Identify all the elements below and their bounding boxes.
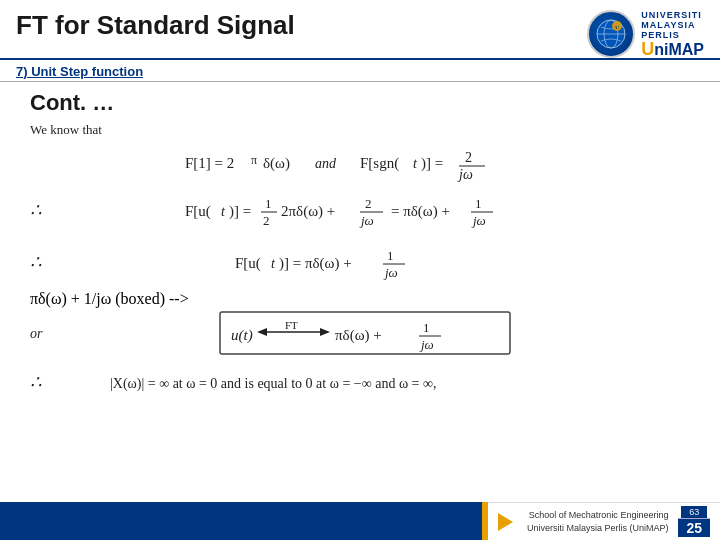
we-know-text: We know that	[30, 122, 690, 138]
svg-text:2: 2	[465, 150, 472, 165]
equation-4-svg: u(t) FT πδ(ω) + 1 jω	[215, 308, 555, 360]
equation-5-svg: |X(ω)| = ∞ at ω = 0 and is equal to 0 at…	[105, 368, 665, 396]
footer-school-text: School of Mechatronic Engineering Univer…	[527, 509, 669, 534]
svg-marker-38	[257, 328, 267, 336]
logo-text: UNIVERSITI MALAYSIA PERLIS UniMAP	[641, 10, 704, 58]
svg-text:)] = πδ(ω) +: )] = πδ(ω) +	[279, 255, 352, 272]
uni-label: UNIVERSITI	[641, 10, 702, 20]
malaysia-label: MALAYSIA	[641, 20, 695, 30]
eq-row-5: ∴ |X(ω)| = ∞ at ω = 0 and is equal to 0 …	[30, 364, 690, 400]
svg-text:1: 1	[475, 196, 482, 211]
equation-2-svg: F[u( t )] = 1 2 2πδ(ω) + 2 jω = πδ(ω) + …	[175, 186, 595, 234]
eq-row-2: ∴ F[u( t )] = 1 2 2πδ(ω) + 2 jω = πδ(ω) …	[30, 186, 690, 234]
svg-text:1: 1	[423, 320, 430, 335]
footer: School of Mechatronic Engineering Univer…	[0, 502, 720, 540]
footer-right: School of Mechatronic Engineering Univer…	[488, 502, 720, 540]
svg-text:U: U	[615, 25, 619, 30]
svg-text:|X(ω)|  = ∞  at  ω = 0  and is: |X(ω)| = ∞ at ω = 0 and is equal to 0 at…	[110, 376, 437, 392]
svg-text:t: t	[221, 204, 226, 219]
svg-text:πδ(ω) +: πδ(ω) +	[335, 327, 382, 344]
footer-blue-bar	[0, 502, 482, 540]
page-header: FT for Standard Signal U UNIVERSITI MALA…	[0, 0, 720, 60]
svg-text:F[u(: F[u(	[185, 203, 211, 220]
svg-text:jω: jω	[383, 265, 398, 280]
equation-3-svg: F[u( t )] = πδ(ω) + 1 jω	[225, 238, 545, 286]
svg-text:F[sgn(: F[sgn(	[360, 155, 399, 172]
svg-text:FT: FT	[285, 319, 298, 331]
globe-icon: U	[595, 18, 627, 50]
svg-text:t: t	[271, 256, 276, 271]
svg-text:)] =: )] =	[421, 155, 443, 172]
footer-page-number: 63 25	[678, 506, 710, 537]
logo-circle: U	[587, 10, 635, 58]
svg-text:2πδ(ω) +: 2πδ(ω) +	[281, 203, 335, 220]
logo-area: U UNIVERSITI MALAYSIA PERLIS UniMAP	[587, 10, 704, 58]
unimap-label: UniMAP	[641, 40, 704, 58]
therefore-1: ∴	[30, 199, 80, 221]
svg-text:= πδ(ω) +: = πδ(ω) +	[391, 203, 450, 220]
equation-1-svg: F[1] = 2 π δ(ω) and F[sgn( t )] = 2 jω	[175, 142, 595, 182]
svg-marker-39	[320, 328, 330, 336]
svg-text:t: t	[413, 156, 418, 171]
svg-text:1: 1	[387, 248, 394, 263]
svg-text:2: 2	[365, 196, 372, 211]
main-content: Cont. … We know that F[1] = 2 π δ(ω) and…	[0, 82, 720, 412]
svg-text:u(t): u(t)	[231, 327, 253, 344]
svg-text:1: 1	[265, 196, 272, 211]
eq-content-4: u(t) FT πδ(ω) + 1 jω	[80, 308, 690, 360]
eq-content-2: F[u( t )] = 1 2 2πδ(ω) + 2 jω = πδ(ω) + …	[80, 186, 690, 234]
eq-row-1: F[1] = 2 π δ(ω) and F[sgn( t )] = 2 jω	[30, 142, 690, 182]
svg-text:and: and	[315, 156, 337, 171]
svg-text:jω: jω	[419, 337, 434, 352]
play-icon	[498, 513, 513, 531]
footer-page-top: 63	[681, 506, 707, 518]
eq-content-1: F[1] = 2 π δ(ω) and F[sgn( t )] = 2 jω	[80, 142, 690, 182]
footer-page-num: 25	[678, 518, 710, 537]
svg-text:F[1] = 2: F[1] = 2	[185, 155, 234, 171]
svg-text:π: π	[251, 153, 257, 167]
eq-content-5: |X(ω)| = ∞ at ω = 0 and is equal to 0 at…	[80, 368, 690, 396]
therefore-3: ∴	[30, 371, 80, 393]
svg-text:jω: jω	[457, 167, 473, 182]
svg-text:jω: jω	[471, 213, 486, 228]
or-label: or	[30, 326, 80, 342]
eq-content-3: F[u( t )] = πδ(ω) + 1 jω	[80, 238, 690, 286]
svg-text:δ(ω): δ(ω)	[263, 155, 290, 172]
page-title: FT for Standard Signal	[16, 10, 295, 41]
svg-text:jω: jω	[359, 213, 374, 228]
svg-text:)] =: )] =	[229, 203, 251, 220]
svg-text:F[u(: F[u(	[235, 255, 261, 272]
svg-text:2: 2	[263, 213, 270, 228]
subtitle: 7) Unit Step function	[0, 60, 720, 82]
continuation-label: Cont. …	[30, 90, 690, 116]
eq-row-4: or u(t) FT πδ(ω) + 1 jω	[30, 308, 690, 360]
therefore-2: ∴	[30, 251, 80, 273]
eq-row-3: ∴ F[u( t )] = πδ(ω) + 1 jω	[30, 238, 690, 286]
